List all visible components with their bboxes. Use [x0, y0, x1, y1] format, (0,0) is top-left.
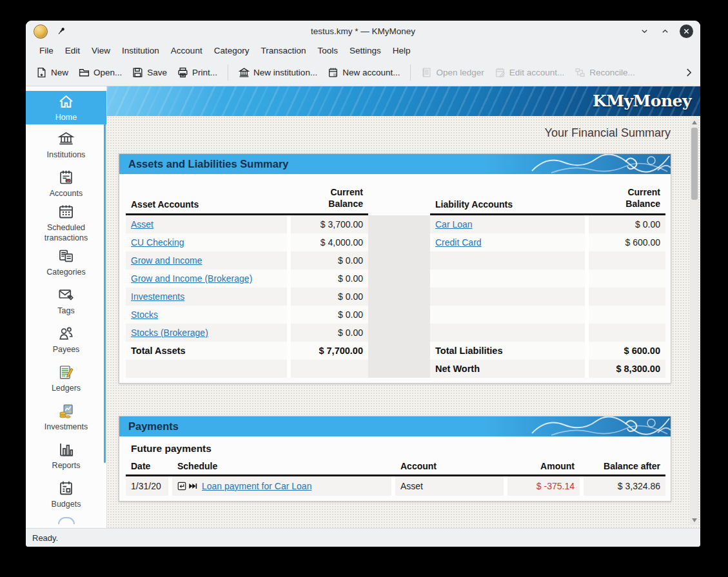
sidebar-item-label: Scheduled transactions — [26, 222, 106, 244]
enter-icon — [177, 482, 186, 491]
table-cell — [589, 269, 665, 288]
home-viewport: Your Financial Summary Assets and Liabil… — [107, 116, 700, 528]
print-button[interactable]: Print... — [172, 63, 222, 82]
payment-account-cell: Asset — [395, 476, 504, 496]
menu-help[interactable]: Help — [387, 44, 417, 57]
accounts-icon — [57, 169, 75, 186]
save-button[interactable]: Save — [127, 63, 172, 82]
sidebar-item-payees[interactable]: Payees — [26, 321, 106, 360]
account-link[interactable]: Stocks — [131, 309, 158, 320]
menu-file[interactable]: File — [34, 44, 59, 57]
account-link[interactable]: Car Loan — [435, 219, 473, 230]
window-title: testus.kmy * — KMyMoney — [26, 26, 700, 36]
chevron-up-icon[interactable] — [659, 26, 671, 37]
table-cell — [291, 360, 368, 378]
account-link[interactable]: Stocks (Brokerage) — [131, 328, 208, 338]
column-gap — [368, 342, 430, 360]
menu-settings[interactable]: Settings — [344, 44, 387, 57]
content-scrollbar[interactable] — [690, 117, 698, 525]
sidebar-scrollbar[interactable] — [104, 92, 106, 463]
main-area: HomeInstitutionsAccountsScheduled transa… — [26, 86, 700, 528]
sidebar-item-categories[interactable]: Categories — [26, 244, 106, 282]
account-link[interactable]: Credit Card — [435, 237, 482, 248]
sidebar-item-institutions[interactable]: Institutions — [26, 126, 106, 164]
column-gap — [368, 324, 430, 342]
scroll-down-icon[interactable] — [692, 518, 697, 522]
new-account-button[interactable]: New account... — [322, 63, 405, 82]
open-ledger-button: Open ledger — [416, 63, 489, 82]
table-cell — [589, 306, 665, 324]
table-cell: Total Assets — [126, 342, 287, 360]
payment-date-cell: 1/31/20 — [126, 476, 168, 496]
status-text: Ready. — [32, 533, 58, 543]
row-label: Total Liabilities — [435, 346, 502, 356]
toolbar-button-label: New institution... — [253, 68, 317, 77]
sidebar-item-label: Ledgers — [49, 383, 83, 393]
column-gap — [368, 215, 430, 233]
sidebar-item-reports[interactable]: Reports — [26, 437, 106, 476]
col-header-current-balance-left: Current Balance — [291, 184, 368, 213]
section-title: Payments — [128, 420, 179, 433]
pin-icon[interactable] — [56, 26, 66, 37]
table-cell: Asset — [126, 215, 287, 233]
menu-view[interactable]: View — [86, 44, 116, 57]
new-institution-button[interactable]: New institution... — [233, 63, 322, 82]
account-link[interactable]: Grow and Income (Brokerage) — [131, 273, 252, 284]
table-cell: $ 3,700.00 — [291, 215, 368, 233]
table-cell: $ 7,700.00 — [291, 342, 368, 360]
investments-icon — [57, 402, 75, 420]
scrollbar-thumb[interactable] — [691, 128, 698, 200]
menu-category[interactable]: Category — [208, 44, 255, 57]
column-gap — [368, 269, 430, 288]
sidebar-item-budgets[interactable]: Budgets — [26, 476, 106, 514]
flourish-decoration — [529, 416, 671, 436]
sidebar-item-scheduled-transactions[interactable]: Scheduled transactions — [26, 203, 106, 244]
menu-edit[interactable]: Edit — [59, 44, 86, 57]
sidebar-item-label: Budgets — [49, 499, 84, 509]
app-coin-icon — [34, 24, 48, 39]
column-gap — [368, 251, 430, 269]
sidebar-item-tags[interactable]: Tags — [26, 282, 106, 321]
table-cell: $ 0.00 — [291, 269, 368, 288]
chevron-right-icon[interactable] — [682, 65, 695, 79]
sidebar-item-label: Accounts — [47, 188, 85, 199]
account-link[interactable]: Asset — [131, 219, 153, 230]
new-button[interactable]: New — [31, 63, 74, 82]
toolbar-separator — [228, 64, 228, 81]
account-link[interactable]: Grow and Income — [131, 255, 202, 266]
table-cell: $ 600.00 — [589, 342, 665, 360]
table-cell — [430, 288, 585, 306]
kmymoney-logo: KMyMoney — [593, 92, 691, 110]
sidebar-item-label: Tags — [55, 306, 77, 316]
open-button[interactable]: Open... — [74, 63, 127, 82]
table-cell: Credit Card — [430, 233, 585, 251]
table-cell: Total Liabilities — [430, 342, 585, 360]
table-cell: $ 0.00 — [291, 251, 368, 269]
menu-tools[interactable]: Tools — [311, 44, 344, 57]
table-cell: Car Loan — [430, 215, 585, 233]
sidebar-item-accounts[interactable]: Accounts — [26, 164, 106, 203]
sidebar-item-investments[interactable]: Investments — [26, 398, 106, 437]
scroll-up-icon[interactable] — [692, 121, 697, 124]
sidebar-item-home[interactable]: Home — [26, 91, 106, 124]
chevron-down-icon[interactable] — [638, 26, 650, 37]
menu-account[interactable]: Account — [165, 44, 208, 57]
account-link[interactable]: CU Checking — [131, 237, 184, 248]
payments-card: Payments Future payments Date — [119, 416, 671, 502]
balance-value: $ 3,700.00 — [320, 219, 363, 230]
schedule-link[interactable]: Loan payment for Car Loan — [202, 481, 311, 491]
balance-value: $ 600.00 — [625, 237, 661, 248]
table-cell: CU Checking — [126, 233, 287, 251]
toolbar-button-label: New account... — [342, 68, 400, 77]
close-button[interactable] — [680, 24, 693, 38]
reports-icon — [57, 441, 75, 458]
menu-transaction[interactable]: Transaction — [255, 44, 311, 57]
account-link[interactable]: Investements — [131, 291, 184, 302]
table-cell — [430, 306, 585, 324]
menu-institution[interactable]: Institution — [116, 44, 165, 57]
sidebar-item-ledgers[interactable]: Ledgers — [26, 360, 106, 398]
new-file-icon — [36, 67, 47, 78]
toolbar: NewOpen...SavePrint...New institution...… — [26, 59, 700, 86]
payments-header: Payments — [119, 416, 671, 436]
table-cell: $ 0.00 — [291, 306, 368, 324]
